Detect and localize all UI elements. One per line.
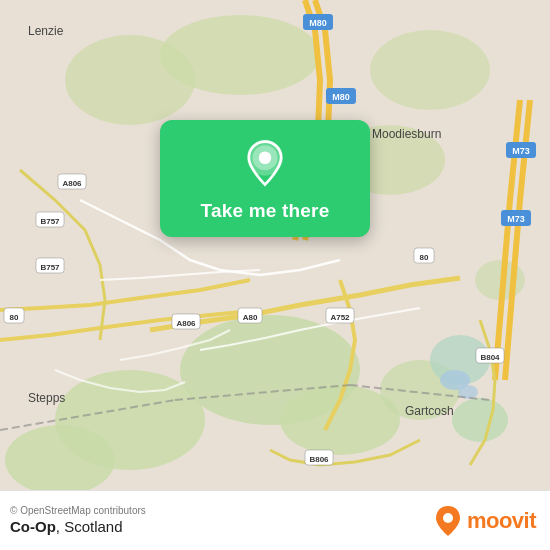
bottom-bar: © OpenStreetMap contributors Co-Op, Scot…: [0, 490, 550, 550]
svg-point-11: [160, 15, 320, 95]
svg-text:A752: A752: [330, 313, 350, 322]
location-name: Co-Op: [10, 518, 56, 535]
svg-text:B804: B804: [480, 353, 500, 362]
svg-text:80: 80: [10, 313, 19, 322]
svg-text:A806: A806: [62, 179, 82, 188]
location-pin-icon: [239, 138, 291, 190]
svg-text:M80: M80: [309, 18, 327, 28]
svg-text:B757: B757: [40, 263, 60, 272]
moovit-logo: moovit: [434, 504, 536, 538]
map-svg: M80 M80 M73 M73 B804 B806 A806 A806 A80 …: [0, 0, 550, 490]
moovit-label: moovit: [467, 508, 536, 534]
svg-text:Moodiesburn: Moodiesburn: [372, 127, 441, 141]
moovit-pin-icon: [434, 504, 462, 538]
svg-text:80: 80: [420, 253, 429, 262]
location-region: , Scotland: [56, 518, 123, 535]
svg-text:A806: A806: [176, 319, 196, 328]
svg-text:M73: M73: [507, 214, 525, 224]
svg-point-53: [443, 513, 453, 523]
svg-text:B806: B806: [309, 455, 329, 464]
svg-text:Gartcosh: Gartcosh: [405, 404, 454, 418]
location-info: Co-Op, Scotland: [10, 518, 146, 536]
svg-point-5: [452, 398, 508, 442]
map-container: M80 M80 M73 M73 B804 B806 A806 A806 A80 …: [0, 0, 550, 490]
svg-point-52: [259, 151, 272, 164]
svg-text:B757: B757: [40, 217, 60, 226]
svg-text:Lenzie: Lenzie: [28, 24, 64, 38]
take-me-there-button[interactable]: Take me there: [201, 200, 330, 223]
bottom-left-info: © OpenStreetMap contributors Co-Op, Scot…: [10, 505, 146, 536]
osm-attribution: © OpenStreetMap contributors: [10, 505, 146, 516]
svg-point-12: [370, 30, 490, 110]
popup-card[interactable]: Take me there: [160, 120, 370, 237]
svg-text:M73: M73: [512, 146, 530, 156]
svg-text:Stepps: Stepps: [28, 391, 65, 405]
svg-text:M80: M80: [332, 92, 350, 102]
svg-text:A80: A80: [243, 313, 258, 322]
